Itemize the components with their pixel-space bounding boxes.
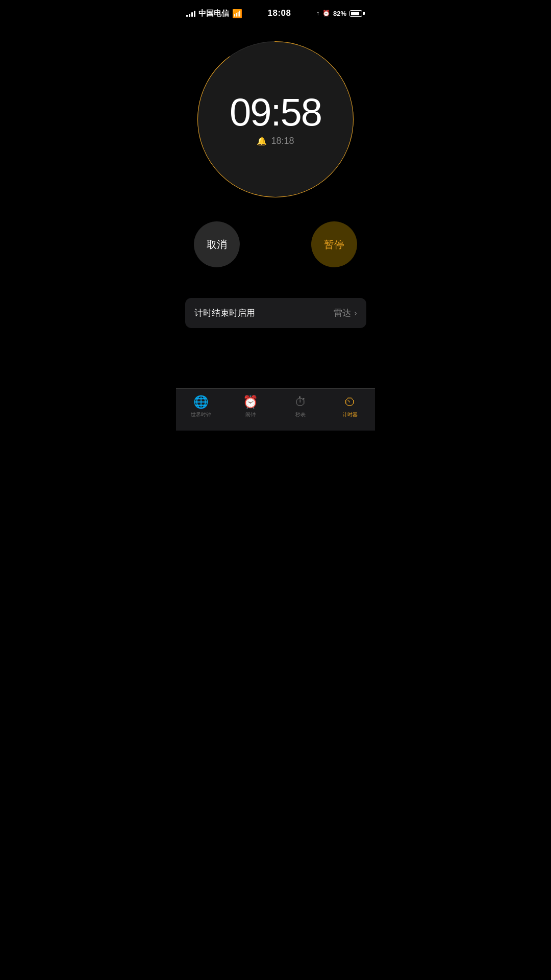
timer-end-sound: 雷达 bbox=[334, 307, 351, 319]
bell-icon: 🔔 bbox=[257, 136, 267, 146]
stopwatch-icon: ⏱ bbox=[294, 395, 307, 409]
pause-button[interactable]: 暂停 bbox=[311, 221, 357, 267]
timer-circle: 09:58 🔔 18:18 bbox=[194, 38, 357, 201]
tab-alarm-label: 闹钟 bbox=[245, 411, 256, 418]
timer-end-action-row[interactable]: 计时结束时启用 雷达 › bbox=[185, 298, 366, 328]
tab-world-clock[interactable]: 🌐 世界时钟 bbox=[176, 393, 226, 418]
status-time: 18:08 bbox=[267, 8, 291, 18]
timer-end-value[interactable]: 雷达 › bbox=[334, 307, 357, 319]
tab-stopwatch[interactable]: ⏱ 秒表 bbox=[276, 393, 325, 418]
chevron-right-icon: › bbox=[354, 309, 357, 318]
globe-icon: 🌐 bbox=[193, 395, 209, 409]
timer-end-label: 计时结束时启用 bbox=[194, 307, 255, 319]
tab-world-clock-label: 世界时钟 bbox=[191, 411, 211, 418]
battery-percent: 82% bbox=[333, 10, 346, 17]
wifi-icon: 📶 bbox=[232, 9, 242, 18]
timer-inner: 09:58 🔔 18:18 bbox=[198, 42, 353, 197]
battery-icon bbox=[349, 10, 365, 17]
tab-alarm[interactable]: ⏰ 闹钟 bbox=[226, 393, 276, 418]
signal-icon bbox=[186, 10, 195, 17]
status-right: ↑ ⏰ 82% bbox=[316, 10, 365, 17]
main-content: 09:58 🔔 18:18 取消 暂停 计时结束时启用 雷达 › bbox=[176, 22, 375, 328]
tab-timer-label: 计时器 bbox=[342, 411, 358, 418]
alarm-time: 18:18 bbox=[271, 136, 294, 146]
action-buttons: 取消 暂停 bbox=[194, 221, 357, 267]
carrier-name: 中国电信 bbox=[198, 9, 229, 18]
alarm-indicator: 🔔 18:18 bbox=[257, 136, 294, 146]
timer-display: 09:58 bbox=[230, 93, 321, 132]
timer-icon: ⏲ bbox=[344, 395, 356, 409]
alarm-status-icon: ⏰ bbox=[322, 10, 330, 17]
status-left: 中国电信 📶 bbox=[186, 9, 242, 18]
cancel-button[interactable]: 取消 bbox=[194, 221, 240, 267]
location-icon: ↑ bbox=[316, 10, 319, 17]
status-bar: 中国电信 📶 18:08 ↑ ⏰ 82% bbox=[176, 0, 375, 22]
alarm-clock-icon: ⏰ bbox=[243, 395, 258, 409]
tab-timer[interactable]: ⏲ 计时器 bbox=[325, 393, 375, 418]
tab-bar: 🌐 世界时钟 ⏰ 闹钟 ⏱ 秒表 ⏲ 计时器 bbox=[176, 388, 375, 431]
tab-stopwatch-label: 秒表 bbox=[295, 411, 306, 418]
